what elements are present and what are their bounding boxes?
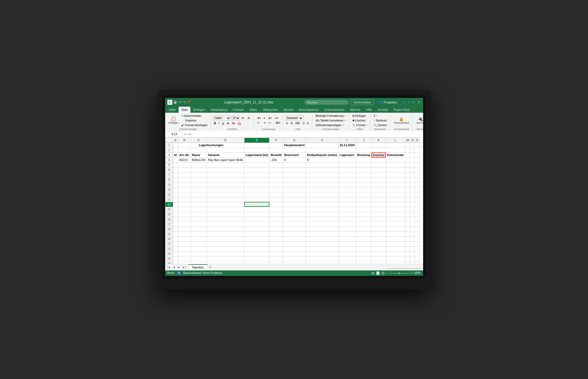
row-header-24[interactable]: 24 [165, 256, 173, 261]
cell-O23[interactable] [415, 251, 420, 256]
cell-B20[interactable] [178, 236, 191, 241]
cell-E9[interactable] [244, 182, 269, 187]
cell-O10[interactable] [415, 187, 420, 192]
wrap-text-button[interactable]: ↵≡ [274, 116, 280, 120]
cell-K1[interactable] [405, 143, 410, 148]
col-header-l[interactable]: L [386, 138, 405, 143]
cell-N5[interactable] [410, 162, 415, 167]
einfuegen-button[interactable]: 📋 Einfügen [167, 116, 180, 125]
cell-H8[interactable] [306, 177, 338, 182]
cell-H9[interactable] [306, 182, 338, 187]
row-header-12[interactable]: 12 [165, 197, 173, 202]
col-header-k[interactable]: K [372, 138, 386, 143]
cell-L13[interactable] [386, 202, 405, 207]
fill-color-button[interactable]: A▾ [231, 121, 236, 125]
cell-D9[interactable] [207, 182, 244, 187]
cell-H15[interactable] [306, 212, 338, 217]
cell-J20[interactable] [356, 236, 372, 241]
cell-L20[interactable] [386, 236, 405, 241]
cell-E24[interactable] [244, 256, 269, 261]
row-header-3[interactable]: 3 [165, 152, 173, 157]
cell-L12[interactable] [386, 197, 405, 202]
align-bottom-button[interactable]: ⬇≡ [267, 116, 273, 120]
cell-B9[interactable] [178, 182, 191, 187]
cell-A25[interactable] [173, 261, 178, 264]
page-break-view-button[interactable]: ⊟ [382, 271, 384, 275]
cell-F9[interactable] [269, 182, 283, 187]
cell-L18[interactable] [386, 227, 405, 231]
cell-C9[interactable] [191, 182, 207, 187]
cell-E14[interactable] [244, 207, 269, 212]
cell-I8[interactable] [338, 177, 356, 182]
cell-M7[interactable] [405, 172, 410, 177]
cell-L8[interactable] [386, 177, 405, 182]
cell-C16[interactable] [191, 217, 207, 222]
tab-acrobat[interactable]: Acrobat [375, 107, 391, 113]
cell-E12[interactable] [244, 197, 269, 202]
cell-K22[interactable] [372, 246, 386, 251]
cell-B22[interactable] [178, 246, 191, 251]
cell-O12[interactable] [415, 197, 420, 202]
cell-B24[interactable] [178, 256, 191, 261]
cell-L21[interactable] [386, 241, 405, 246]
cell-E23[interactable] [244, 251, 269, 256]
cell-C17[interactable] [191, 222, 207, 227]
bold-button[interactable]: B [213, 121, 217, 125]
cell-F18[interactable] [269, 227, 283, 231]
cell-E8[interactable] [244, 177, 269, 182]
cell-H5[interactable] [306, 162, 338, 167]
cell-B6[interactable] [178, 167, 191, 172]
add-sheet-button[interactable]: + [207, 265, 213, 269]
cell-B2[interactable] [178, 148, 191, 152]
row-header-16[interactable]: 16 [165, 217, 173, 222]
vertraulichkeit-button[interactable]: 🔒 Vertraulichkeit [392, 116, 410, 125]
cell-N8[interactable] [410, 177, 415, 182]
cell-F14[interactable] [269, 207, 283, 212]
cell-G4[interactable]: 0 [283, 157, 306, 162]
cell-B25[interactable] [178, 261, 191, 264]
cell-B10[interactable] [178, 187, 191, 192]
row-header-17[interactable]: 17 [165, 222, 173, 227]
cell-F12[interactable] [269, 197, 283, 202]
cell-G17[interactable] [283, 222, 306, 227]
cell-N2[interactable] [410, 148, 415, 152]
tab-formeln[interactable]: Formeln [230, 107, 246, 113]
cell-E1[interactable]: Hauptstandort [283, 143, 306, 148]
percent-format-button[interactable]: € [285, 121, 289, 125]
font-size-select[interactable]: 12 [231, 116, 240, 121]
cell-E19[interactable] [244, 231, 269, 236]
cell-J1[interactable] [386, 143, 405, 148]
row-header-7[interactable]: 7 [165, 172, 173, 177]
cell-F20[interactable] [269, 236, 283, 241]
cell-K17[interactable] [372, 222, 386, 227]
cell-C12[interactable] [191, 197, 207, 202]
align-center-button[interactable]: ≡ [263, 121, 267, 125]
tab-hilfe[interactable]: Hilfe [363, 107, 375, 113]
cell-M6[interactable] [405, 167, 410, 172]
cell-E16[interactable] [244, 217, 269, 222]
tab-daten[interactable]: Daten [247, 107, 260, 113]
cell-N7[interactable] [410, 172, 415, 177]
cell-A7[interactable] [173, 172, 178, 177]
cell-N17[interactable] [410, 222, 415, 227]
cell-M15[interactable] [405, 212, 410, 217]
search-input[interactable] [305, 100, 348, 105]
cell-J17[interactable] [356, 222, 372, 227]
save-icon[interactable]: 💾 [173, 100, 177, 104]
cell-F3[interactable]: Bestellt [269, 152, 283, 157]
cell-F2[interactable] [269, 148, 283, 152]
cell-G25[interactable] [283, 261, 306, 264]
cell-K3[interactable]: Inventur [372, 152, 386, 157]
cell-B7[interactable] [178, 172, 191, 177]
cell-K12[interactable] [372, 197, 386, 202]
paste-special-button[interactable]: 🖌 Format übertragen [180, 123, 209, 127]
cell-K14[interactable] [372, 207, 386, 212]
cell-I21[interactable] [338, 241, 356, 246]
close-button[interactable]: ✕ [417, 100, 421, 104]
zellen-format-button[interactable]: 🔧 Format ~ [351, 123, 368, 127]
cell-G6[interactable] [283, 167, 306, 172]
cell-E3[interactable]: Lagerstand (Ist) [244, 152, 269, 157]
cell-I9[interactable] [338, 182, 356, 187]
cell-L1[interactable] [410, 143, 415, 148]
cell-M20[interactable] [405, 236, 410, 241]
